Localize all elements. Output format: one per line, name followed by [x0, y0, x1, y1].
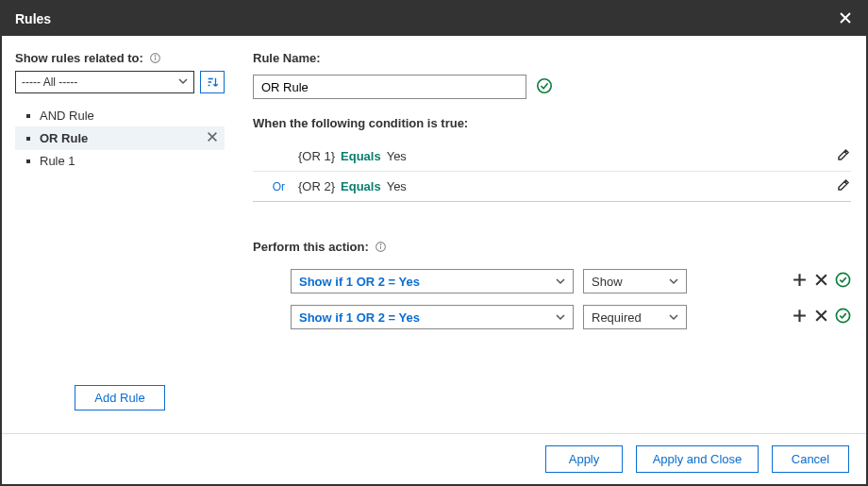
dialog-title: Rules	[15, 11, 51, 26]
rule-item-and[interactable]: AND Rule	[15, 105, 225, 126]
action-header-text: Perform this action:	[253, 240, 369, 254]
action-type-select[interactable]: Required	[583, 305, 687, 329]
close-icon[interactable]	[838, 10, 853, 28]
rule-item-1[interactable]: Rule 1	[15, 150, 225, 172]
action-type-select[interactable]: Show	[583, 269, 687, 293]
bullet-icon	[26, 114, 30, 118]
edit-icon[interactable]	[836, 177, 851, 195]
plus-icon[interactable]	[792, 308, 808, 327]
condition-row: {OR 1} Equals Yes	[253, 142, 851, 172]
check-circle-icon[interactable]	[835, 272, 851, 291]
dialog-header: Rules	[2, 2, 866, 36]
rule-item-label: AND Rule	[40, 109, 94, 123]
action-row: Show if 1 OR 2 = Yes Required	[253, 299, 851, 335]
action-target-select[interactable]: Show if 1 OR 2 = Yes	[291, 305, 574, 329]
filter-select[interactable]: ----- All -----	[15, 71, 194, 93]
x-icon[interactable]	[813, 272, 829, 291]
add-rule-wrap: Add Rule	[15, 366, 225, 420]
action-target-value: Show if 1 OR 2 = Yes	[299, 310, 420, 325]
rule-item-label: Rule 1	[40, 154, 75, 168]
svg-point-2	[155, 56, 156, 57]
svg-point-8	[836, 309, 849, 322]
remove-rule-icon[interactable]	[206, 130, 219, 146]
filter-select-value: ----- All -----	[22, 75, 77, 89]
condition-val: Yes	[387, 149, 407, 163]
rule-name-row	[253, 75, 851, 99]
condition-op: Equals	[341, 149, 381, 163]
rule-item-label: OR Rule	[40, 131, 88, 145]
action-icons	[792, 308, 851, 327]
condition-field: {OR 2}	[298, 179, 335, 193]
rule-item-or[interactable]: OR Rule	[15, 126, 225, 150]
left-panel: Show rules related to: ----- All -----	[2, 36, 238, 433]
dialog-footer: Apply Apply and Close Cancel	[2, 433, 866, 484]
chevron-down-icon	[669, 310, 678, 325]
condition-row: Or {OR 2} Equals Yes	[253, 172, 851, 202]
cancel-button[interactable]: Cancel	[772, 445, 849, 473]
bullet-icon	[26, 159, 30, 163]
chevron-down-icon	[556, 310, 565, 325]
info-icon[interactable]	[375, 241, 387, 253]
condition-op: Equals	[341, 179, 381, 193]
filter-label-text: Show rules related to:	[15, 51, 143, 65]
condition-val: Yes	[387, 179, 407, 193]
apply-close-button[interactable]: Apply and Close	[636, 445, 759, 473]
sort-button[interactable]	[200, 71, 225, 93]
rule-list: AND Rule OR Rule Rule 1	[15, 105, 225, 172]
action-type-value: Required	[592, 310, 642, 325]
chevron-down-icon	[556, 275, 565, 289]
condition-conj: Or	[253, 180, 292, 193]
svg-point-7	[836, 273, 849, 286]
x-icon[interactable]	[813, 308, 829, 327]
chevron-down-icon	[178, 75, 188, 89]
plus-icon[interactable]	[792, 272, 808, 291]
rule-name-label: Rule Name:	[253, 51, 851, 65]
action-target-value: Show if 1 OR 2 = Yes	[299, 275, 420, 289]
dialog-body: Show rules related to: ----- All -----	[2, 36, 866, 433]
filter-label: Show rules related to:	[15, 51, 225, 65]
condition-header: When the following condition is true:	[253, 116, 851, 130]
apply-button[interactable]: Apply	[545, 445, 623, 473]
action-icons	[792, 272, 851, 291]
action-header: Perform this action:	[253, 240, 851, 254]
valid-check-icon	[536, 77, 553, 97]
edit-icon[interactable]	[836, 147, 851, 165]
rules-dialog: Rules Show rules related to: ----- All -…	[0, 0, 868, 486]
svg-point-6	[380, 244, 381, 245]
bullet-icon	[26, 137, 30, 141]
condition-field: {OR 1}	[298, 149, 335, 163]
rule-name-input[interactable]	[253, 75, 526, 99]
chevron-down-icon	[669, 275, 678, 289]
action-target-select[interactable]: Show if 1 OR 2 = Yes	[291, 269, 574, 293]
check-circle-icon[interactable]	[835, 308, 851, 327]
conditions: {OR 1} Equals Yes Or {OR 2} Equals Yes	[253, 142, 851, 202]
filter-row: ----- All -----	[15, 71, 225, 93]
action-row: Show if 1 OR 2 = Yes Show	[253, 263, 851, 299]
info-icon[interactable]	[149, 52, 161, 64]
svg-point-3	[538, 78, 551, 92]
add-rule-button[interactable]: Add Rule	[75, 385, 164, 411]
right-panel: Rule Name: When the following condition …	[238, 36, 866, 433]
action-type-value: Show	[592, 275, 623, 289]
